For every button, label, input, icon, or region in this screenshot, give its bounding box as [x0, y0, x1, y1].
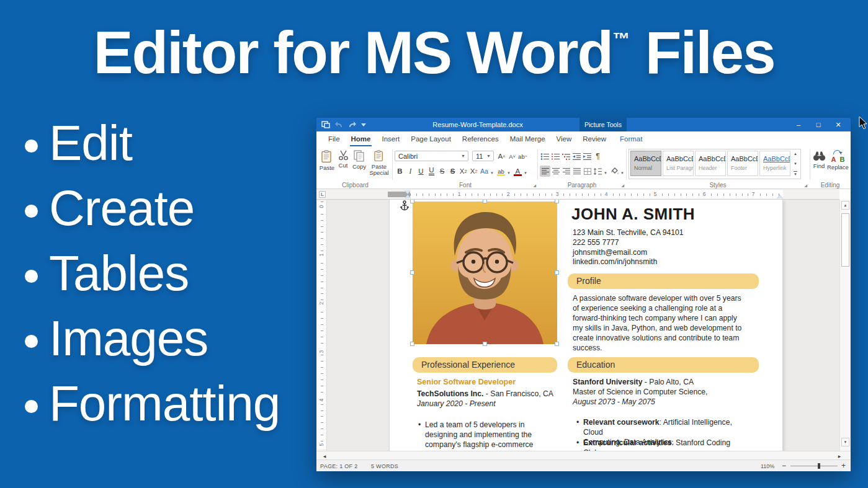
- resize-handle-top-left[interactable]: [410, 200, 414, 203]
- zoom-slider-thumb[interactable]: [818, 463, 820, 469]
- decrease-indent-button[interactable]: [571, 151, 582, 162]
- chevron-down-icon[interactable]: ▼: [620, 171, 624, 175]
- bold-button[interactable]: B: [395, 166, 405, 177]
- replace-button[interactable]: A B Replace: [827, 147, 849, 171]
- highlight-color-button[interactable]: ab: [496, 166, 506, 177]
- cut-button[interactable]: Cut: [335, 147, 351, 169]
- chevron-down-icon[interactable]: ▼: [507, 171, 511, 175]
- tab-review[interactable]: Review: [577, 131, 612, 147]
- tab-references[interactable]: References: [457, 131, 504, 147]
- picture-tools-contextual-tab[interactable]: Picture Tools: [579, 118, 627, 131]
- first-line-indent-marker[interactable]: [405, 190, 411, 194]
- font-group-label: Font: [393, 182, 537, 189]
- grow-font-button[interactable]: A˄: [496, 151, 507, 162]
- gallery-expand-icon[interactable]: ▼: [794, 171, 797, 177]
- zoom-out-button[interactable]: −: [782, 461, 786, 470]
- resize-handle-bottom-right[interactable]: [555, 342, 559, 346]
- align-center-button[interactable]: [550, 166, 561, 177]
- numbered-list-button[interactable]: [550, 151, 561, 162]
- scroll-right-icon[interactable]: [835, 452, 844, 459]
- font-family-select[interactable]: Calibri▼: [395, 151, 468, 161]
- tab-file[interactable]: File: [323, 131, 346, 147]
- vertical-scrollbar[interactable]: [839, 200, 850, 451]
- superscript-button[interactable]: X2: [458, 166, 468, 177]
- chevron-down-icon[interactable]: ▼: [459, 154, 468, 158]
- resize-handle-mid-right[interactable]: [555, 270, 559, 275]
- tab-home[interactable]: Home: [346, 131, 377, 147]
- borders-button[interactable]: [582, 166, 593, 177]
- qat-customize-icon[interactable]: [361, 123, 366, 126]
- styles-dialog-launcher-icon[interactable]: ◢: [804, 184, 807, 187]
- style-list-paragraph[interactable]: AaBbCcDc List Paragra: [663, 151, 694, 176]
- gallery-scroll-down-icon[interactable]: ▼: [794, 161, 797, 166]
- resize-handle-top-right[interactable]: [555, 200, 559, 203]
- scroll-up-icon[interactable]: [841, 201, 849, 210]
- font-size-select[interactable]: 11▼: [472, 151, 494, 161]
- document-page[interactable]: JOHN A. SMITH 123 Main St. Techville, CA…: [389, 200, 783, 451]
- tab-insert[interactable]: Insert: [376, 131, 405, 147]
- resize-handle-bottom-left[interactable]: [410, 342, 414, 346]
- chevron-down-icon[interactable]: ▼: [484, 154, 493, 158]
- multilevel-list-button[interactable]: [561, 151, 571, 162]
- zoom-in-button[interactable]: +: [841, 461, 846, 470]
- shrink-font-button[interactable]: A˅: [507, 151, 517, 162]
- horizontal-ruler: L 1 2 3 4 5 6 7: [316, 189, 839, 200]
- redo-icon[interactable]: [348, 122, 356, 128]
- close-button[interactable]: ✕: [828, 118, 848, 131]
- resize-handle-top-center[interactable]: [483, 200, 487, 203]
- chevron-down-icon[interactable]: ▼: [604, 171, 607, 175]
- degree-line: Master of Science in Computer Science,: [573, 387, 707, 397]
- paste-special-button[interactable]: Paste Special: [367, 147, 391, 176]
- font-color-button[interactable]: A: [512, 166, 523, 177]
- bulleted-list-button[interactable]: [540, 151, 550, 162]
- align-right-button[interactable]: [561, 166, 571, 177]
- double-strikethrough-button[interactable]: S: [447, 166, 458, 177]
- style-footer[interactable]: AaBbCcDc Footer: [727, 151, 758, 176]
- vertical-scroll-thumb[interactable]: [841, 213, 849, 267]
- style-header[interactable]: AaBbCcDc Header: [695, 151, 726, 176]
- strikethrough-button[interactable]: S: [437, 166, 447, 177]
- maximize-button[interactable]: □: [808, 118, 828, 131]
- tab-selector-icon[interactable]: L: [319, 191, 326, 198]
- font-dialog-launcher-icon[interactable]: ◢: [533, 184, 536, 187]
- style-hyperlink[interactable]: AaBbCcDc Hyperlink: [759, 151, 790, 176]
- scroll-left-icon[interactable]: [320, 452, 329, 459]
- resize-handle-mid-left[interactable]: [410, 270, 414, 275]
- education-section-header: Education: [568, 357, 759, 373]
- zoom-slider[interactable]: [790, 466, 838, 466]
- tab-view[interactable]: View: [551, 131, 578, 147]
- right-indent-marker[interactable]: [777, 195, 783, 198]
- paste-button[interactable]: Paste: [319, 147, 335, 171]
- show-paragraph-marks-button[interactable]: ¶: [593, 151, 603, 162]
- scroll-down-icon[interactable]: [841, 438, 849, 446]
- double-underline-button[interactable]: U: [429, 167, 434, 175]
- line-spacing-button[interactable]: [593, 166, 603, 177]
- align-left-button[interactable]: [540, 166, 550, 177]
- text-effects-button[interactable]: ab⌁: [517, 151, 528, 162]
- copy-button[interactable]: Copy: [351, 147, 367, 170]
- shading-button[interactable]: [609, 166, 620, 177]
- resume-photo[interactable]: [413, 202, 557, 344]
- minimize-button[interactable]: –: [789, 118, 808, 131]
- tab-page-layout[interactable]: Page Layout: [405, 131, 457, 147]
- gallery-scroll-up-icon[interactable]: ▲: [794, 151, 797, 156]
- paragraph-dialog-launcher-icon[interactable]: ◢: [621, 184, 624, 187]
- chevron-down-icon[interactable]: ▼: [490, 171, 494, 175]
- find-button[interactable]: Find: [811, 147, 827, 169]
- underline-button[interactable]: U: [416, 166, 426, 177]
- italic-button[interactable]: I: [405, 166, 416, 177]
- tab-format[interactable]: Format: [614, 131, 648, 147]
- change-case-button[interactable]: Aa: [479, 166, 490, 177]
- undo-icon[interactable]: [335, 122, 343, 128]
- increase-indent-button[interactable]: [582, 151, 593, 162]
- resize-handle-bottom-center[interactable]: [483, 342, 487, 346]
- justify-button[interactable]: [571, 166, 582, 177]
- horizontal-scrollbar[interactable]: [316, 451, 851, 459]
- job-bullet-line: designing and implementing the: [425, 430, 550, 440]
- subscript-button[interactable]: X2: [468, 166, 479, 177]
- chevron-down-icon[interactable]: ▼: [524, 171, 527, 175]
- style-normal[interactable]: AaBbCcDc Normal: [630, 151, 661, 176]
- hanging-indent-marker[interactable]: [405, 195, 411, 198]
- styles-group: AaBbCcDc Normal AaBbCcDc List Paragra Aa…: [627, 147, 808, 189]
- tab-mail-merge[interactable]: Mail Merge: [504, 131, 551, 147]
